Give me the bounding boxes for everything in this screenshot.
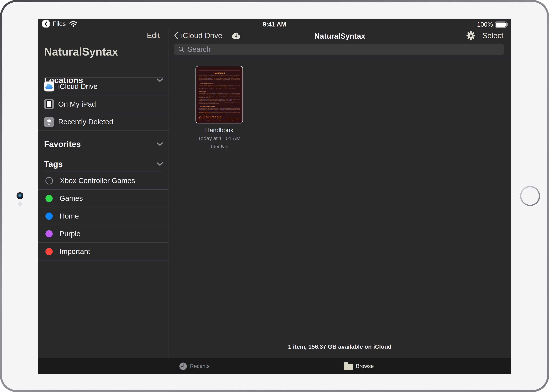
- favorites-section-header[interactable]: Favorites: [44, 140, 81, 149]
- icloud-drive-icon: [44, 82, 54, 91]
- thumbnail-para: At the top left of the file browser, you…: [199, 85, 240, 88]
- tab-browse[interactable]: Browse: [344, 359, 374, 374]
- sidebar-tag-home[interactable]: Home: [38, 207, 168, 225]
- tab-recents-label: Recents: [190, 363, 209, 369]
- status-time: 9:41 AM: [263, 21, 286, 28]
- wifi-icon: [69, 21, 78, 27]
- back-chevron-icon: [174, 32, 178, 39]
- thumbnail-para: At the top right of both the file browse…: [199, 93, 240, 98]
- thumbnail-rule: [199, 70, 240, 71]
- sidebar-item-label: Recently Deleted: [58, 118, 113, 126]
- sidebar-item-label: On My iPad: [58, 100, 96, 108]
- tag-label: Purple: [59, 230, 80, 238]
- chevron-down-icon[interactable]: [156, 162, 163, 166]
- battery-percent: 100%: [477, 21, 493, 28]
- sidebar-tag-important[interactable]: Important: [38, 243, 168, 260]
- thumbnail-title: Handbook: [199, 72, 240, 74]
- storage-summary: 1 item, 156.37 GB available on iCloud: [168, 343, 511, 350]
- sidebar-item-on-my-ipad[interactable]: On My iPad: [38, 95, 168, 113]
- settings-gear-icon[interactable]: [466, 31, 476, 40]
- thumbnail-para: Note: some of the customization options …: [199, 102, 240, 104]
- tag-label: Xbox Controller Games: [60, 177, 135, 185]
- thumbnail-heading: ⚙ Settings: [199, 91, 240, 92]
- edit-button[interactable]: Edit: [147, 31, 160, 39]
- sidebar-item-label: iCloud Drive: [58, 82, 98, 91]
- home-button-inner: [521, 187, 539, 205]
- back-to-app-button[interactable]: [42, 20, 50, 28]
- status-bar: Files 9:41 AM 100%: [38, 19, 511, 29]
- tag-circle-icon: [45, 177, 53, 184]
- thumbnail-heading: ☁ Discovery Service: [199, 83, 240, 84]
- search-icon: [178, 46, 185, 53]
- tab-bar: Recents Browse: [38, 358, 511, 374]
- file-modified-date: Today at 11:01 AM: [195, 135, 243, 142]
- sidebar-tag-games[interactable]: Games: [38, 190, 168, 207]
- front-camera: [16, 192, 23, 199]
- thumbnail-para: While you're reading your book, you can …: [199, 118, 240, 121]
- battery-icon: [495, 21, 507, 28]
- back-chevron-icon: [44, 21, 48, 27]
- ipad-frame: Files 9:41 AM 100%: [0, 0, 549, 392]
- thumbnail-para: Pro tip: If you only have your ePub file…: [199, 112, 240, 115]
- back-button-label: iCloud Drive: [181, 31, 222, 40]
- battery-fill: [496, 22, 506, 27]
- tag-circle-icon: [45, 212, 53, 220]
- tab-recents[interactable]: Recents: [179, 359, 209, 374]
- tag-circle-icon: [45, 195, 53, 202]
- cloud-download-icon[interactable]: [231, 32, 242, 40]
- main-content: iCloud Drive NaturalSyntax: [168, 29, 511, 358]
- search-placeholder: Search: [188, 45, 210, 54]
- tag-circle-icon: [45, 230, 53, 238]
- select-button[interactable]: Select: [482, 31, 503, 40]
- battery-nub: [507, 23, 508, 26]
- sidebar-item-icloud-drive[interactable]: iCloud Drive: [38, 78, 168, 95]
- mic-dot: [18, 202, 22, 206]
- status-bar-right: 100%: [477, 21, 507, 28]
- sidebar-tag-xbox-controller-games[interactable]: Xbox Controller Games: [38, 172, 168, 190]
- nav-right-actions: Select: [466, 31, 503, 40]
- tag-label: Home: [59, 212, 79, 220]
- screen: Files 9:41 AM 100%: [38, 19, 511, 374]
- chevron-down-icon[interactable]: [156, 142, 163, 146]
- sidebar-item-recently-deleted[interactable]: Recently Deleted: [38, 113, 168, 131]
- sidebar: Edit NaturalSyntax Locations iCloud Driv…: [38, 29, 168, 358]
- home-button[interactable]: [520, 186, 540, 206]
- trash-icon: [44, 117, 54, 127]
- page-title: NaturalSyntax: [314, 32, 365, 40]
- thumbnail-heading: ▦ Lexical Color and Style Overlay: [199, 116, 240, 118]
- back-button[interactable]: iCloud Drive: [174, 31, 242, 40]
- sidebar-tag-purple[interactable]: Purple: [38, 225, 168, 243]
- thumbnail-heading: ↓ Importing ePub Files: [199, 105, 240, 107]
- tag-label: Important: [59, 247, 90, 256]
- trash-glyph: [46, 119, 52, 125]
- file-size: 689 KB: [195, 143, 243, 150]
- camera-lens-icon: [18, 194, 22, 197]
- search-input[interactable]: Search: [174, 44, 504, 55]
- thumbnail-para: Welcome to Natural Syntax, within it you…: [199, 75, 240, 82]
- clock-icon: [179, 362, 187, 370]
- sidebar-app-title: NaturalSyntax: [44, 45, 118, 58]
- tags-section-header[interactable]: Tags: [44, 159, 63, 169]
- file-item-handbook[interactable]: HandbookWelcome to Natural Syntax, withi…: [195, 66, 243, 150]
- tab-browse-label: Browse: [356, 363, 374, 369]
- tag-label: Games: [59, 194, 83, 203]
- divider: [168, 56, 511, 56]
- ipad-icon: [44, 99, 54, 109]
- thumbnail-para: Pro tip: a number of people like to setu…: [199, 99, 240, 101]
- cloud-glyph: [45, 86, 53, 89]
- ipad-glyph-screen: [47, 101, 51, 107]
- tag-circle-icon: [45, 248, 53, 255]
- thumbnail-para: Please Note: The Discovery Service is on…: [199, 88, 240, 89]
- thumbnail-para: You can import your own ePub files into …: [199, 108, 240, 112]
- file-thumbnail[interactable]: HandbookWelcome to Natural Syntax, withi…: [195, 66, 243, 123]
- status-bar-left: Files: [42, 20, 78, 28]
- ipad-glyph: [46, 100, 52, 108]
- folder-icon: [344, 364, 353, 370]
- screenshot-canvas: Files 9:41 AM 100%: [0, 0, 549, 392]
- back-to-app-label[interactable]: Files: [53, 20, 66, 28]
- thumbnail-rule: [199, 123, 240, 123]
- file-name: Handbook: [195, 126, 243, 134]
- file-thumbnail-content: HandbookWelcome to Natural Syntax, withi…: [196, 66, 243, 123]
